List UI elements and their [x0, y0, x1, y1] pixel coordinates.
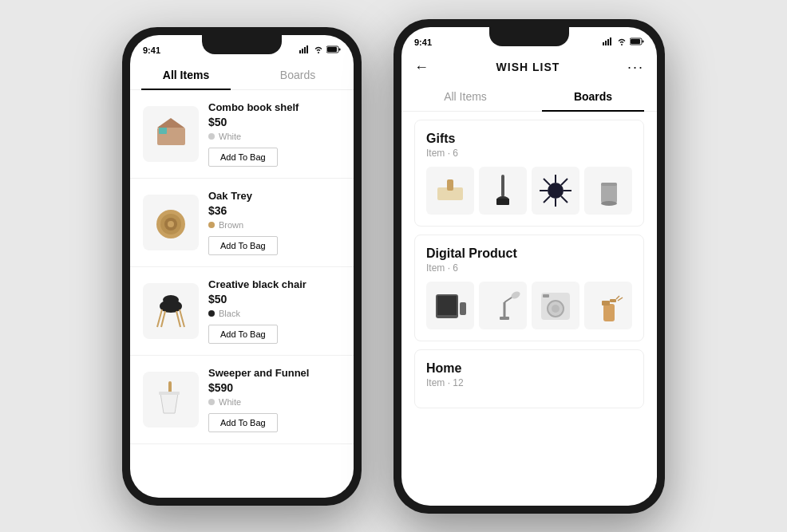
board-gifts: Gifts Item · 6 — [414, 120, 644, 227]
board-thumb-lamp[interactable] — [479, 282, 527, 329]
svg-line-44 — [544, 196, 550, 203]
items-list: Combo book shelf $50 White Add To Bag — [130, 90, 354, 498]
board-thumb-spray[interactable] — [584, 282, 632, 329]
svg-rect-3 — [306, 45, 308, 53]
svg-rect-0 — [299, 50, 301, 53]
battery-icon-right — [630, 37, 644, 47]
item-price-3: $590 — [208, 381, 341, 394]
battery-icon — [326, 45, 341, 55]
wishlist-title: WISH LIST — [496, 61, 560, 73]
svg-rect-58 — [543, 294, 549, 298]
notch-right — [489, 27, 569, 46]
color-dot-1 — [208, 222, 215, 228]
svg-rect-32 — [447, 179, 453, 191]
svg-point-54 — [510, 290, 521, 300]
item-image-1 — [143, 195, 199, 250]
svg-point-47 — [601, 201, 617, 206]
add-to-bag-0[interactable]: Add To Bag — [208, 148, 278, 167]
svg-point-57 — [552, 305, 560, 313]
item-name-1: Oak Trey — [208, 190, 341, 202]
item-card-3: Sweeper and Funnel $590 White Add To Bag — [130, 356, 354, 444]
svg-rect-6 — [339, 48, 341, 50]
item-info-3: Sweeper and Funnel $590 White Add To Bag — [208, 367, 341, 432]
item-card-1: Oak Trey $36 Brown Add To Bag — [130, 179, 354, 267]
add-to-bag-1[interactable]: Add To Bag — [208, 236, 278, 255]
svg-rect-5 — [327, 47, 337, 52]
board-gifts-images — [426, 167, 632, 215]
board-thumb-brush[interactable] — [426, 167, 474, 215]
item-name-0: Combo book shelf — [208, 101, 341, 113]
item-name-2: Creative black chair — [208, 278, 341, 290]
add-to-bag-2[interactable]: Add To Bag — [208, 325, 278, 344]
item-card-0: Combo book shelf $50 White Add To Bag — [130, 90, 354, 179]
svg-rect-49 — [437, 296, 457, 315]
item-info-2: Creative black chair $50 Black Add To Ba… — [208, 278, 341, 344]
wishlist-header: ← WISH LIST ··· — [401, 53, 657, 82]
svg-marker-9 — [157, 118, 184, 128]
item-image-0 — [143, 106, 199, 162]
left-phone: 9:41 — [122, 27, 362, 506]
item-card-2: Creative black chair $50 Black Add To Ba… — [130, 267, 354, 356]
time-right: 9:41 — [414, 37, 432, 47]
svg-rect-26 — [607, 39, 609, 45]
svg-rect-60 — [602, 301, 610, 305]
svg-line-18 — [161, 311, 165, 327]
wifi-icon — [314, 45, 323, 55]
board-thumb-tablet[interactable] — [426, 282, 474, 329]
svg-rect-25 — [605, 41, 607, 45]
tabs-right: All Items Boards — [401, 82, 657, 112]
board-digital: Digital Product Item · 6 — [414, 234, 644, 341]
svg-line-62 — [616, 296, 619, 299]
tab-all-items-right[interactable]: All Items — [401, 82, 529, 111]
svg-rect-51 — [500, 317, 509, 320]
board-home-count: Item · 12 — [426, 377, 632, 388]
color-dot-0 — [208, 133, 215, 140]
item-image-2 — [143, 283, 199, 339]
item-color-0: White — [208, 132, 341, 141]
board-home-title: Home — [426, 361, 632, 376]
svg-rect-59 — [603, 304, 615, 321]
board-digital-title: Digital Product — [426, 246, 632, 261]
item-color-1: Brown — [208, 220, 341, 230]
svg-point-15 — [163, 295, 179, 305]
tab-boards-right[interactable]: Boards — [529, 82, 657, 111]
board-thumb-washer[interactable] — [532, 282, 579, 329]
svg-line-63 — [618, 298, 623, 301]
time-left: 9:41 — [143, 45, 160, 55]
tab-boards-left[interactable]: Boards — [242, 61, 354, 89]
svg-line-43 — [561, 179, 568, 185]
item-name-3: Sweeper and Funnel — [208, 367, 341, 379]
back-button[interactable]: ← — [414, 59, 429, 76]
item-info-0: Combo book shelf $50 White Add To Bag — [208, 101, 341, 167]
more-button[interactable]: ··· — [627, 59, 644, 76]
notch-left — [202, 35, 282, 54]
board-gifts-title: Gifts — [426, 132, 632, 146]
svg-rect-30 — [643, 40, 644, 42]
svg-rect-50 — [460, 302, 466, 315]
svg-rect-35 — [496, 199, 509, 205]
svg-rect-29 — [631, 39, 640, 44]
item-image-3 — [143, 372, 199, 428]
boards-list: Gifts Item · 6 — [401, 112, 657, 487]
svg-rect-23 — [159, 392, 180, 395]
board-thumb-cup[interactable] — [584, 167, 632, 215]
right-phone: 9:41 — [394, 19, 665, 514]
svg-line-42 — [561, 196, 568, 203]
board-thumb-flower[interactable] — [532, 167, 579, 215]
item-price-1: $36 — [208, 204, 341, 217]
board-thumb-broom[interactable] — [479, 167, 527, 215]
signal-icon-right — [603, 37, 614, 47]
status-icons-right — [603, 37, 644, 47]
add-to-bag-3[interactable]: Add To Bag — [208, 413, 278, 432]
svg-rect-27 — [610, 37, 611, 45]
svg-rect-24 — [603, 42, 604, 45]
signal-icon — [299, 45, 310, 55]
svg-rect-61 — [610, 299, 616, 302]
board-digital-images — [426, 282, 632, 329]
tab-all-items-left[interactable]: All Items — [130, 61, 242, 89]
item-color-3: White — [208, 397, 341, 407]
item-price-0: $50 — [208, 116, 341, 128]
svg-rect-2 — [304, 47, 306, 53]
svg-marker-22 — [160, 393, 178, 413]
color-dot-2 — [208, 310, 215, 317]
